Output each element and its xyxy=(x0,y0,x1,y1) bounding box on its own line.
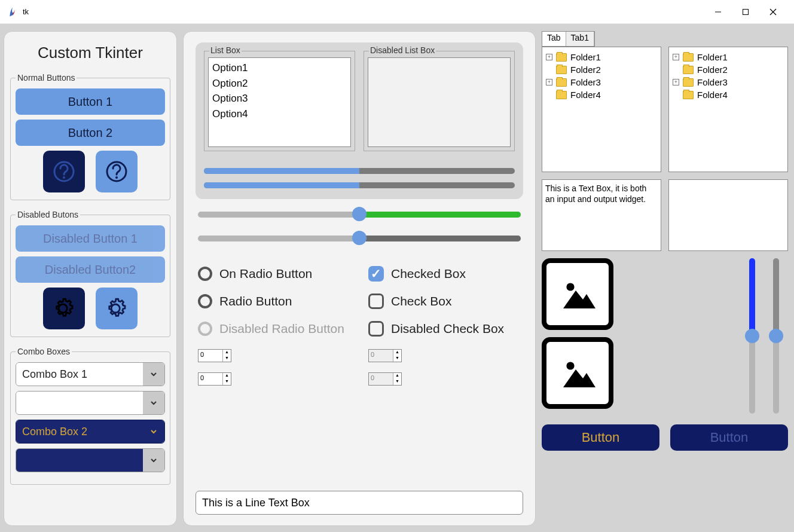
tree-node[interactable]: Folder2 xyxy=(546,63,657,76)
radio-on[interactable]: On Radio Button xyxy=(198,266,350,282)
checkbox[interactable]: Check Box xyxy=(368,293,521,309)
list-item[interactable]: Option3 xyxy=(212,91,347,106)
text-box-1[interactable]: This is a Text Box, it is both an input … xyxy=(542,179,661,251)
tree-node[interactable]: +Folder1 xyxy=(546,51,657,63)
tree-node[interactable]: Folder2 xyxy=(673,63,784,76)
tree-label: Folder1 xyxy=(697,52,728,62)
combo-boxes-section: Combo Boxes Combo Box 1 Combo Box 2 xyxy=(10,347,170,485)
spinbox-4: 0▲▼ xyxy=(368,372,402,386)
tree-node[interactable]: +Folder3 xyxy=(673,76,784,88)
tree-label: Folder3 xyxy=(570,77,601,87)
list-item[interactable]: Option4 xyxy=(212,106,347,122)
folder-icon xyxy=(683,91,694,99)
titlebar: tk xyxy=(0,0,794,24)
tree-label: Folder4 xyxy=(697,90,728,100)
slider-green[interactable] xyxy=(198,207,521,221)
tree-node[interactable]: Folder4 xyxy=(546,88,657,101)
tab-0[interactable]: Tab xyxy=(542,32,566,46)
expand-icon[interactable]: + xyxy=(546,79,552,85)
line-text-box[interactable] xyxy=(196,491,523,515)
bottom-button-2: Button xyxy=(670,424,788,451)
combo-value: Combo Box 2 xyxy=(16,420,143,443)
tree-node[interactable]: Folder4 xyxy=(673,88,784,101)
settings-button-dark xyxy=(43,288,85,329)
tree-view-1[interactable]: +Folder1Folder2+Folder3Folder4 xyxy=(542,47,661,172)
help-button-light[interactable] xyxy=(96,151,138,192)
tree-label: Folder2 xyxy=(570,65,601,75)
list-box-frame: List Box Option1 Option2 Option3 Option4 xyxy=(204,51,355,151)
chevron-down-icon[interactable] xyxy=(143,363,164,386)
folder-icon xyxy=(556,91,567,99)
tree-node[interactable]: +Folder1 xyxy=(673,51,784,63)
radio-label: On Radio Button xyxy=(219,267,312,281)
checkbox-label: Check Box xyxy=(391,294,452,308)
combo-box-2[interactable]: Combo Box 2 xyxy=(16,420,165,444)
combo-box-empty-1[interactable] xyxy=(16,391,165,415)
disabled-buttons-legend: Disabled Butons xyxy=(16,210,80,219)
gear-icon xyxy=(51,296,77,321)
tree-node[interactable]: +Folder3 xyxy=(546,76,657,88)
bottom-button-1[interactable]: Button xyxy=(542,424,659,451)
folder-icon xyxy=(683,78,694,87)
spinbox-3[interactable]: 0▲▼ xyxy=(198,372,231,386)
vertical-slider-blue[interactable] xyxy=(745,258,759,414)
minimize-button[interactable] xyxy=(704,2,732,22)
radio-label: Radio Button xyxy=(219,294,292,308)
tree-view-2[interactable]: +Folder1Folder2+Folder3Folder4 xyxy=(668,47,788,172)
tree-label: Folder2 xyxy=(697,65,728,75)
app-icon xyxy=(7,7,18,17)
normal-buttons-legend: Normal Buttons xyxy=(16,73,77,82)
left-panel: Custom Tkinter Normal Buttons Button 1 B… xyxy=(4,31,177,526)
svg-point-9 xyxy=(566,362,574,369)
list-item[interactable]: Option2 xyxy=(212,76,347,91)
checkbox-checked[interactable]: Checked Box xyxy=(368,266,521,282)
combo-box-empty-2[interactable] xyxy=(16,448,165,472)
list-box[interactable]: Option1 Option2 Option3 Option4 xyxy=(208,57,351,147)
right-panel: Tab Tab1 +Folder1Folder2+Folder3Folder4 … xyxy=(542,31,788,526)
help-button-dark[interactable] xyxy=(43,151,85,192)
text-box-2[interactable] xyxy=(668,179,788,251)
expand-icon[interactable]: + xyxy=(546,54,552,60)
window-title: tk xyxy=(23,7,29,16)
disabled-list-box xyxy=(368,57,511,147)
settings-button-light xyxy=(96,288,138,329)
list-item[interactable]: Option1 xyxy=(212,60,347,76)
progress-bar-1 xyxy=(204,168,515,174)
combo-boxes-legend: Combo Boxes xyxy=(16,347,72,356)
disabled-button-1: Disabled Button 1 xyxy=(16,225,165,252)
svg-point-5 xyxy=(63,176,65,179)
disabled-buttons-section: Disabled Butons Disabled Button 1 Disabl… xyxy=(10,210,170,337)
button-1[interactable]: Button 1 xyxy=(16,88,165,115)
svg-point-8 xyxy=(566,283,574,291)
svg-point-7 xyxy=(115,176,118,179)
disabled-list-box-frame: Disabled List Box xyxy=(364,51,515,151)
question-icon xyxy=(52,160,76,184)
progress-bar-2 xyxy=(204,182,515,188)
vertical-slider-grey[interactable] xyxy=(769,258,783,414)
maximize-button[interactable] xyxy=(732,2,759,22)
disabled-list-box-label: Disabled List Box xyxy=(369,45,436,55)
spinbox-1[interactable]: 0▲▼ xyxy=(198,349,231,362)
folder-icon xyxy=(556,78,567,87)
chevron-down-icon[interactable] xyxy=(143,392,164,414)
expand-icon[interactable]: + xyxy=(673,79,679,85)
close-button[interactable] xyxy=(759,2,787,22)
slider-grey[interactable] xyxy=(198,231,521,244)
chevron-down-icon[interactable] xyxy=(143,420,164,443)
radio-label: Disabled Radio Button xyxy=(219,322,344,336)
expand-icon[interactable]: + xyxy=(673,54,679,60)
image-icon xyxy=(556,273,599,316)
combo-value xyxy=(16,392,143,414)
folder-icon xyxy=(556,53,567,62)
tree-label: Folder1 xyxy=(570,52,601,62)
tab-1[interactable]: Tab1 xyxy=(566,32,594,46)
checkbox-disabled: Disabled Check Box xyxy=(368,321,521,337)
button-2[interactable]: Button 2 xyxy=(16,120,165,146)
chevron-down-icon[interactable] xyxy=(143,449,164,472)
disabled-button-2: Disabled Button2 xyxy=(16,256,165,283)
combo-box-1[interactable]: Combo Box 1 xyxy=(16,362,165,386)
image-placeholder-2 xyxy=(542,337,613,409)
tab-bar: Tab Tab1 xyxy=(542,31,595,47)
radio-button[interactable]: Radio Button xyxy=(198,293,350,309)
normal-buttons-section: Normal Buttons Button 1 Button 2 xyxy=(10,73,170,200)
